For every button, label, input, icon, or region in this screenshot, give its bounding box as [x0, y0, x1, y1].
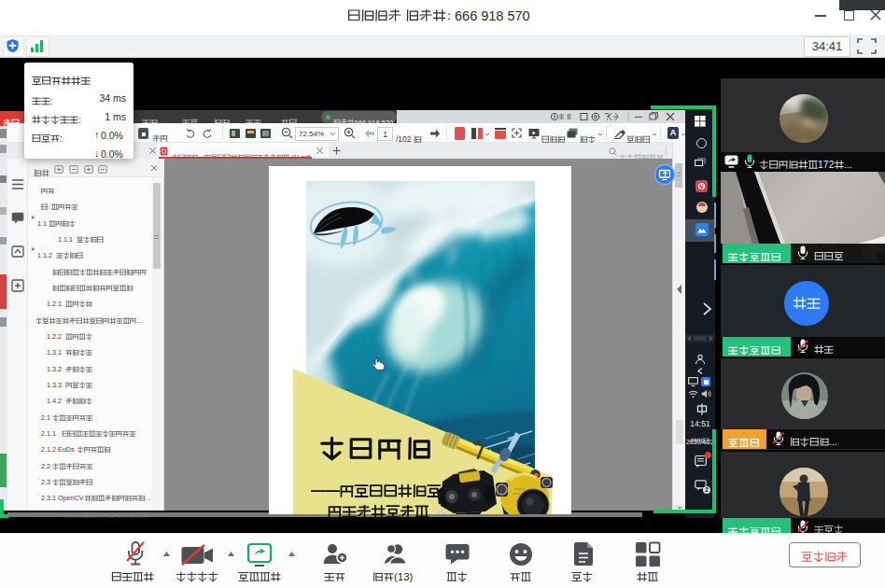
- svg-text:2.2: 2.2: [41, 462, 50, 470]
- svg-text:1.3.3: 1.3.3: [47, 381, 62, 389]
- svg-text:172: 172: [818, 159, 835, 170]
- svg-text:1.2.1: 1.2.1: [47, 300, 62, 308]
- svg-text:...: ...: [136, 316, 142, 325]
- svg-text:1.3.1: 1.3.1: [47, 348, 62, 357]
- svg-text:1.4.2: 1.4.2: [47, 397, 62, 405]
- svg-text:1.1.2: 1.1.2: [37, 251, 52, 259]
- svg-text:2.3.1 OpenCV: 2.3.1 OpenCV: [41, 494, 84, 502]
- svg-text:...: ...: [145, 494, 150, 502]
- svg-text::: :: [78, 115, 81, 125]
- svg-text:(13): (13): [394, 571, 414, 582]
- svg-text::: :: [60, 133, 63, 144]
- svg-text::: :: [50, 96, 53, 106]
- svg-text:2.1: 2.1: [41, 413, 50, 422]
- svg-text:...: ...: [829, 436, 837, 447]
- svg-text:1.1: 1.1: [37, 219, 47, 228]
- svg-text:1.3.2: 1.3.2: [47, 365, 62, 373]
- svg-text:2.1.1: 2.1.1: [41, 429, 56, 438]
- svg-text:2.3: 2.3: [41, 478, 50, 486]
- svg-text:2.1.2 EoDs: 2.1.2 EoDs: [41, 445, 75, 454]
- svg-text:1.2.2: 1.2.2: [47, 332, 62, 341]
- svg-text:...: ...: [844, 159, 852, 170]
- svg-text:1.1.1: 1.1.1: [58, 235, 73, 244]
